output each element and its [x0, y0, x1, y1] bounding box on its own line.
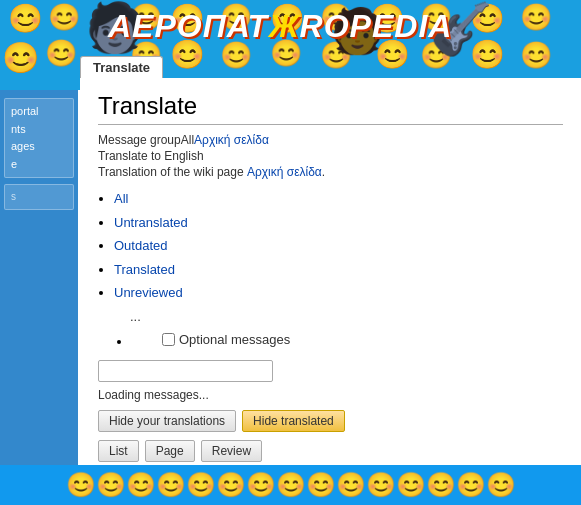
optional-messages-label[interactable]: Optional messages — [162, 330, 563, 350]
optional-messages-wrapper: Optional messages — [162, 330, 563, 350]
translation-of-line: Translation of the wiki page Αρχική σελί… — [98, 165, 563, 179]
sidebar-link-nts[interactable]: nts — [11, 121, 67, 139]
message-group-link[interactable]: Αρχική σελίδα — [194, 133, 269, 147]
tab-bar: Translate — [80, 56, 163, 78]
filter-ellipsis: ... — [130, 307, 563, 327]
primary-button-row: Hide your translations Hide translated — [98, 410, 563, 432]
loading-text: Loading messages... — [98, 388, 563, 402]
message-group-line: Message groupAllΑρχική σελίδα — [98, 133, 563, 147]
period: . — [322, 165, 325, 179]
main-content: Translate Message groupAllΑρχική σελίδα … — [80, 78, 581, 465]
optional-messages-checkbox[interactable] — [162, 333, 175, 346]
filter-item-untranslated: Untranslated — [114, 213, 563, 233]
filter-link-translated[interactable]: Translated — [114, 262, 175, 277]
optional-item: Optional messages — [132, 330, 563, 350]
sidebar-extra: s — [11, 189, 67, 205]
filter-item-all: All — [114, 189, 563, 209]
translate-to-line: Translate to English — [98, 149, 563, 163]
tab-translate[interactable]: Translate — [80, 56, 163, 78]
filter-link-outdated[interactable]: Outdated — [114, 238, 168, 253]
sidebar-link-e[interactable]: e — [11, 156, 67, 174]
message-group-all: All — [181, 133, 194, 147]
search-input[interactable] — [98, 360, 273, 382]
message-group-label: Message group — [98, 133, 181, 147]
sidebar-link-ages[interactable]: ages — [11, 138, 67, 156]
translation-of-text: Translation of the wiki page — [98, 165, 247, 179]
list-button[interactable]: List — [98, 440, 139, 462]
hide-translations-button[interactable]: Hide your translations — [98, 410, 236, 432]
filter-item-translated: Translated — [114, 260, 563, 280]
page-title: Translate — [98, 92, 563, 125]
optional-section: Optional messages — [132, 330, 563, 350]
sidebar-link-portal[interactable]: portal — [11, 103, 67, 121]
secondary-button-row: List Page Review — [98, 440, 563, 462]
filter-item-outdated: Outdated — [114, 236, 563, 256]
filter-item-unreviewed: Unreviewed — [114, 283, 563, 303]
optional-messages-text: Optional messages — [179, 330, 290, 350]
wiki-page-link[interactable]: Αρχική σελίδα — [247, 165, 322, 179]
hide-translated-button[interactable]: Hide translated — [242, 410, 345, 432]
sidebar-section-1: portal nts ages e — [4, 98, 74, 178]
sidebar-section-2: s — [4, 184, 74, 210]
filter-link-unreviewed[interactable]: Unreviewed — [114, 285, 183, 300]
sidebar: portal nts ages e s — [0, 90, 78, 465]
footer-area: 😊😊😊😊😊😊😊😊😊😊😊😊😊😊😊 — [0, 465, 581, 505]
filter-link-untranslated[interactable]: Untranslated — [114, 215, 188, 230]
filter-list: All Untranslated Outdated Translated Unr… — [114, 189, 563, 350]
review-button[interactable]: Review — [201, 440, 262, 462]
filter-link-all[interactable]: All — [114, 191, 128, 206]
page-button[interactable]: Page — [145, 440, 195, 462]
